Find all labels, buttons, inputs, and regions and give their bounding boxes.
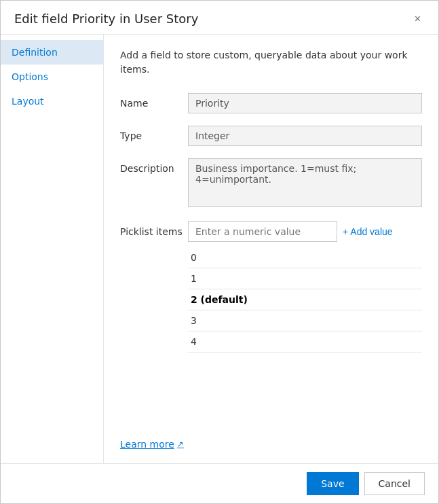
picklist-container: + Add value 012 (default)34 bbox=[188, 221, 422, 353]
description-input[interactable] bbox=[188, 158, 422, 207]
name-row: Name bbox=[120, 93, 422, 113]
learn-more-link[interactable]: Learn more ↗ bbox=[120, 422, 422, 450]
picklist-value-item[interactable]: 4 bbox=[188, 331, 422, 353]
cancel-button[interactable]: Cancel bbox=[364, 472, 425, 495]
picklist-value-item[interactable]: 3 bbox=[188, 310, 422, 331]
description-row: Description bbox=[120, 158, 422, 209]
picklist-values-list: 012 (default)34 bbox=[188, 247, 422, 353]
name-field-container bbox=[188, 93, 422, 113]
dialog-header: Edit field Priority in User Story × bbox=[1, 1, 438, 35]
name-input[interactable] bbox=[188, 93, 422, 113]
picklist-value-item[interactable]: 0 bbox=[188, 247, 422, 268]
dialog-title: Edit field Priority in User Story bbox=[14, 12, 198, 26]
picklist-row: Picklist items + Add value 012 (default)… bbox=[120, 221, 422, 353]
save-button[interactable]: Save bbox=[307, 472, 358, 495]
add-value-button[interactable]: + Add value bbox=[343, 226, 393, 237]
picklist-input[interactable] bbox=[188, 221, 337, 242]
type-input bbox=[188, 126, 422, 146]
type-label: Type bbox=[120, 126, 188, 141]
content-area: Add a field to store custom, queryable d… bbox=[104, 35, 438, 463]
picklist-input-row: + Add value bbox=[188, 221, 422, 242]
content-description: Add a field to store custom, queryable d… bbox=[120, 48, 422, 77]
sidebar-item-layout[interactable]: Layout bbox=[1, 89, 103, 113]
sidebar-item-options[interactable]: Options bbox=[1, 65, 103, 89]
external-link-icon: ↗ bbox=[177, 439, 184, 449]
picklist-label: Picklist items bbox=[120, 221, 188, 237]
description-label: Description bbox=[120, 158, 188, 174]
name-label: Name bbox=[120, 93, 188, 109]
type-row: Type bbox=[120, 126, 422, 146]
close-button[interactable]: × bbox=[411, 12, 425, 26]
dialog-footer: Save Cancel bbox=[1, 463, 438, 503]
edit-field-dialog: Edit field Priority in User Story × Defi… bbox=[0, 0, 439, 504]
learn-more-text: Learn more bbox=[120, 439, 174, 450]
description-field-container bbox=[188, 158, 422, 209]
picklist-value-item[interactable]: 2 (default) bbox=[188, 289, 422, 310]
dialog-body: Definition Options Layout Add a field to… bbox=[1, 35, 438, 463]
type-field-container bbox=[188, 126, 422, 146]
sidebar-item-definition[interactable]: Definition bbox=[1, 40, 103, 65]
sidebar: Definition Options Layout bbox=[1, 35, 104, 463]
picklist-value-item[interactable]: 1 bbox=[188, 268, 422, 289]
